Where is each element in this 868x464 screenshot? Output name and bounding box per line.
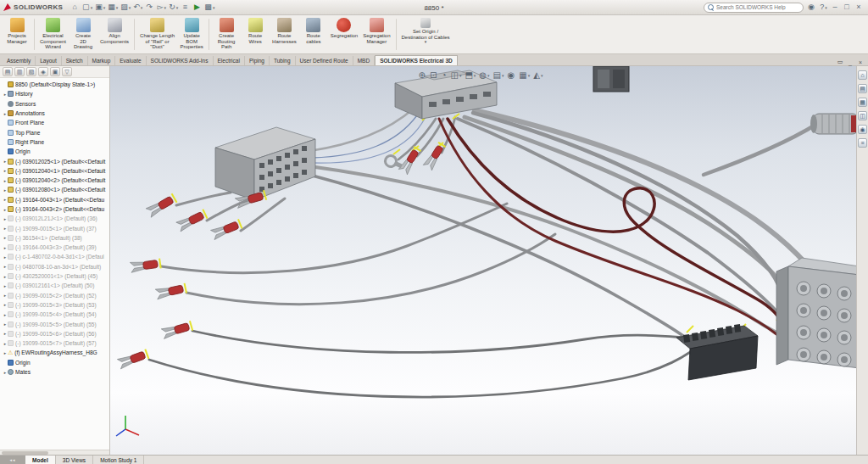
home-icon[interactable]: ⌂ [70,2,81,14]
tree-item[interactable]: ▸ (-) c-1-480702-0-b4-3d1<1> (Defaul [0,252,109,261]
redo-icon[interactable]: ↷ [144,2,155,14]
displaymanager-icon[interactable]: ▣ [50,67,60,76]
print-icon[interactable]: ▨ ▾ [120,2,131,14]
tree-item[interactable]: Top Plane [0,127,109,137]
command-tab[interactable]: SOLIDWORKS Add-Ins [147,56,214,65]
graphics-viewport[interactable]: ⊕ ⊡ ◔ ◫ ▾ [110,66,856,455]
tree-item[interactable]: ▸ (-) 039012L21J<1> (Default) (36) [0,214,109,223]
tree-item[interactable]: ▸ (-) 19164-0043<2> (Default<<Defau [0,204,109,214]
tree-item[interactable]: ▸ (-) 039012040<1> (Default<<Default [0,166,109,176]
study-tab[interactable]: Model [25,456,56,464]
rebuild-icon[interactable]: ↻ ▾ [168,2,179,14]
tree-item[interactable]: ▸ (-) 0480708-10-an-3d<1> (Default) [0,262,109,271]
tree-item[interactable]: ▸ History [0,89,109,98]
options-icon[interactable]: ▩ ▾ [203,2,215,14]
create-2d-drawing-button[interactable]: Create 2D Drawing [69,16,97,53]
ribbon-button[interactable] [34,19,35,50]
connector-cylindrical[interactable] [810,114,856,134]
file-explorer-icon[interactable]: ▦ [858,98,867,107]
connector-left[interactable] [215,127,315,200]
command-tab[interactable]: MBD [353,56,375,65]
tree-item[interactable]: ▸ (-) 4302520001<1> (Default) (45) [0,271,109,281]
connector-round-pins[interactable] [776,258,856,368]
segregation-button[interactable]: Segregation [328,16,360,53]
tree-item[interactable]: ▸ (-) 19164-0043<3> (Default) (39) [0,243,109,252]
tree-item[interactable]: ▸ (-) 19099-0015<3> (Default) (53) [0,300,109,310]
apply-scene-icon[interactable]: ▦ ▾ [519,70,530,80]
align-components-button[interactable]: Align Components [97,16,131,53]
command-tab[interactable]: Tubing [270,56,296,65]
command-tab[interactable]: Assembly [3,56,36,65]
tree-item[interactable]: 8850 (Default<Display State-1>) [0,80,109,89]
tree-item[interactable]: ▸ (-) 19099-0015<1> (Default) (37) [0,223,109,232]
file-properties-icon[interactable]: ≡ [180,2,191,14]
user-login-icon[interactable]: ◉ [806,2,817,14]
tree-item[interactable]: ▸ (-) 039012040<2> (Default<<Default [0,176,109,185]
command-tab[interactable]: User Defined Route [296,56,353,65]
tree-item[interactable]: ▸ (-) 19099-0015<4> (Default) (54) [0,310,109,319]
tree-item[interactable]: ▸ Annotations [0,109,109,118]
dimxpertmanager-icon[interactable]: ◈ [38,67,48,76]
previous-view-icon[interactable]: ◔ [441,70,447,80]
zoom-area-icon[interactable]: ⊡ [430,70,437,80]
tree-item[interactable]: ▸ (-) 19099-0015<7> (Default) (57) [0,338,109,348]
projects-manager-button[interactable]: Projects Manager [3,16,31,53]
solidworks-resources-icon[interactable]: ⌂ [858,70,867,80]
display-style-icon[interactable]: ◍ ▾ [479,70,489,80]
command-tab[interactable]: Evaluate [115,56,146,65]
tree-item[interactable]: ▸ (-) 039012161<1> (Default) (50) [0,281,109,290]
doc-restore-icon[interactable]: ▭ [836,59,844,65]
tree-item[interactable]: ▸ ⚠ (f) EWRoutingAssyHarness_H8G [0,348,109,357]
zoom-fit-icon[interactable]: ⊕ [419,70,426,80]
view-palette-icon[interactable]: ◫ [858,111,867,120]
help-icon[interactable]: ? ▾ [818,2,829,14]
blue-wires[interactable] [312,115,426,163]
doc-minimize-icon[interactable]: _ [846,59,854,65]
view-orientation-icon[interactable]: ⬒ ▾ [465,70,476,80]
scrollbar-thumb[interactable] [2,451,48,455]
close-icon[interactable]: × [854,2,865,14]
minimize-icon[interactable]: – [830,2,841,14]
appearances-scenes-icon[interactable]: ◉ [858,125,867,134]
doc-close-icon[interactable]: × [856,59,865,65]
command-tab[interactable]: SOLIDWORKS Electrical 3D [375,55,458,65]
electrical-component-wizard-button[interactable]: Electrical Component Wizard [37,16,69,53]
tree-item[interactable]: ▸ (-) 19099-0015<6> (Default) (56) [0,329,109,338]
edit-appearance-icon[interactable]: ◉ [508,70,516,80]
command-tab[interactable]: Sketch [62,56,88,65]
filter-icon[interactable]: ▽ [62,67,72,76]
tree-item[interactable]: ▸ (-) 36154<1> (Default) (38) [0,233,109,243]
tree-item[interactable]: Origin [0,358,109,367]
tab-scroll-buttons[interactable]: ◂◂ [0,456,25,464]
search-input[interactable] [716,4,799,10]
tree-item[interactable]: Sensors [0,99,109,109]
open-icon[interactable]: ▣ ▾ [94,2,106,14]
tree-item[interactable]: ▸ (-) 19099-0015<2> (Default) (52) [0,291,109,300]
connector-black-top[interactable] [593,66,629,92]
study-tab[interactable]: 3D Views [56,456,93,464]
tree-item[interactable]: ▸ (-) 039012080<1> (Default<<Default [0,185,109,194]
ribbon-button[interactable] [396,19,397,50]
new-document-icon[interactable]: ▢ ▾ [81,2,93,14]
tree-item[interactable]: ▸ (-) 19164-0043<1> (Default<<Defau [0,195,109,204]
configurationmanager-icon[interactable]: ▧ [26,67,36,76]
tree-item[interactable]: ▸ (-) 039012025<1> (Default<<Default [0,156,109,165]
save-icon[interactable]: ▦ ▾ [107,2,119,14]
ribbon-button[interactable] [134,19,135,50]
hide-show-items-icon[interactable]: ▤ ▾ [493,70,504,80]
change-length-button[interactable]: Change Length of "Rail" or "Duct" [137,16,177,53]
route-cables-button[interactable]: Route cables [299,16,328,53]
command-tab[interactable]: Piping [245,56,270,65]
search-box[interactable] [704,3,804,13]
undo-icon[interactable]: ↶ ▾ [132,2,143,14]
propertymanager-icon[interactable]: ▥ [14,67,25,76]
tree-item[interactable]: ▸ Mates [0,367,109,377]
set-origin-destination-button[interactable]: Set Origin / Destination of Cables ▾ [399,16,453,53]
command-tab[interactable]: Electrical [214,56,245,65]
update-bom-properties-button[interactable]: Update BOM Properties [177,16,206,53]
command-tab[interactable]: Layout [36,56,62,65]
route-wires-button[interactable]: Route Wires [241,16,270,53]
tree-item[interactable]: Front Plane [0,118,109,127]
create-routing-path-button[interactable]: Create Routing Path [212,16,241,53]
tree-item[interactable]: Right Plane [0,137,109,147]
